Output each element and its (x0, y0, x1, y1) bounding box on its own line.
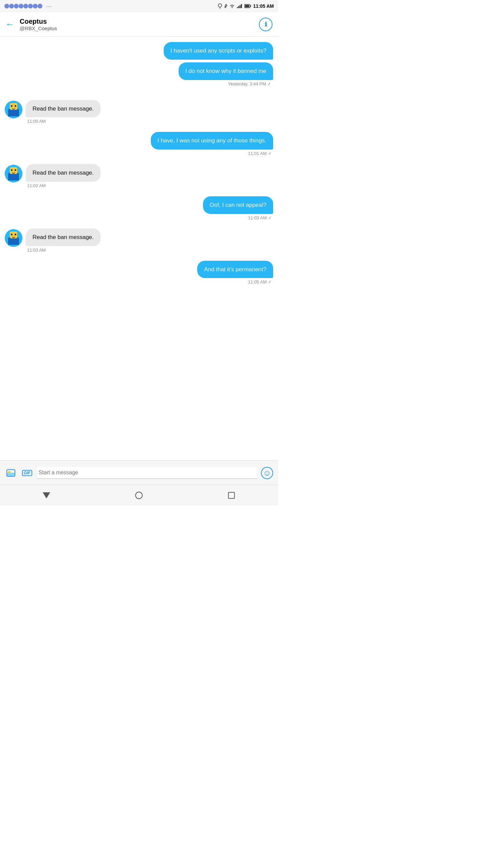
svg-rect-18 (250, 5, 251, 7)
message-input-wrap[interactable] (37, 467, 257, 479)
message-group-2: I do not know why it banned me (5, 62, 273, 81)
message-bubble-5: Read the ban message. (26, 164, 101, 182)
incoming-content-3: Read the ban message. 11:03 AM (26, 229, 101, 253)
emoji-button[interactable]: ☺ (261, 467, 273, 479)
timestamp-6: 11:03 AM ✓ (248, 215, 272, 220)
message-bubble-1: I haven't used any scripts or exploits? (164, 42, 273, 60)
contact-info: Coeptus @RBX_Coeptus (20, 18, 259, 31)
status-bar-right: 11:05 AM (218, 3, 274, 9)
message-group-4: I have, I was not using any of those thi… (5, 132, 273, 156)
avatar-3 (5, 229, 22, 247)
timestamp-5: 11:02 AM (27, 183, 101, 188)
message-bubble-4: I have, I was not using any of those thi… (151, 132, 273, 150)
location-icon (218, 3, 222, 9)
check-icon-8: ✓ (268, 279, 272, 284)
battery-icon (244, 4, 251, 8)
incoming-content-1: Read the ban message. 11:00 AM (26, 100, 101, 124)
svg-rect-16 (241, 4, 242, 8)
message-group-6: Oof, I can not appeal? 11:03 AM ✓ (5, 196, 273, 220)
avatar-1 (5, 101, 22, 118)
chat-header: ← Coeptus @RBX_Coeptus ℹ (0, 12, 278, 37)
svg-point-5 (28, 4, 33, 8)
back-triangle-icon (43, 492, 50, 498)
input-area: GIF ☺ (0, 460, 278, 485)
message-bubble-6: Oof, I can not appeal? (203, 196, 273, 214)
back-nav-button[interactable] (38, 487, 55, 504)
more-dots: ··· (46, 4, 52, 9)
gif-button[interactable]: GIF (21, 467, 33, 479)
status-bar: ··· 11:05 AM (0, 0, 278, 12)
timestamp-yesterday: Yesterday, 3:44 PM ✓ (5, 81, 273, 86)
contact-handle: @RBX_Coeptus (20, 25, 259, 31)
status-bar-left: ··· (4, 3, 52, 9)
recents-square-icon (228, 492, 235, 499)
emoji-icon: ☺ (263, 468, 271, 478)
timestamp-4: 11:01 AM ✓ (248, 151, 272, 156)
check-icon: ✓ (267, 81, 271, 86)
message-group-1: I haven't used any scripts or exploits? (5, 42, 273, 61)
message-bubble-8: And that it's permanent? (197, 261, 273, 278)
timestamp-7: 11:03 AM (27, 248, 101, 253)
chat-area: I haven't used any scripts or exploits? … (0, 37, 278, 460)
timestamp-3: 11:00 AM (27, 119, 101, 124)
svg-point-8 (218, 4, 222, 7)
svg-point-0 (4, 4, 9, 8)
signal-icon (237, 4, 242, 8)
svg-point-7 (38, 4, 42, 8)
message-bubble-3: Read the ban message. (26, 100, 101, 118)
message-bubble-2: I do not know why it banned me (179, 62, 273, 80)
wifi-icon (229, 4, 235, 8)
check-icon-6: ✓ (268, 215, 272, 220)
timestamp-8: 11:05 AM ✓ (248, 279, 272, 284)
home-circle-icon (135, 492, 143, 499)
home-nav-button[interactable] (130, 487, 147, 504)
svg-point-4 (23, 4, 28, 8)
incoming-content-2: Read the ban message. 11:02 AM (26, 164, 101, 188)
svg-point-6 (33, 4, 38, 8)
svg-point-2 (14, 4, 19, 8)
gif-icon: GIF (22, 470, 32, 476)
bluetooth-icon (224, 3, 227, 9)
svg-rect-14 (238, 6, 239, 8)
message-bubble-7: Read the ban message. (26, 229, 101, 246)
nav-bar (0, 485, 278, 505)
message-input[interactable] (39, 470, 256, 476)
svg-rect-15 (240, 5, 241, 8)
svg-rect-19 (245, 5, 249, 7)
svg-point-3 (19, 4, 23, 8)
message-group-7: Read the ban message. 11:03 AM (5, 229, 273, 253)
message-group-5: Read the ban message. 11:02 AM (5, 164, 273, 188)
discord-icons (4, 3, 45, 9)
svg-point-12 (232, 7, 233, 8)
image-icon (6, 469, 15, 477)
clock-time: 11:05 AM (253, 3, 274, 9)
svg-rect-13 (237, 7, 238, 8)
message-group-8: And that it's permanent? 11:05 AM ✓ (5, 261, 273, 285)
message-group-3: Read the ban message. 11:00 AM (5, 100, 273, 124)
check-icon-4: ✓ (268, 151, 272, 156)
svg-point-1 (9, 4, 14, 8)
image-picker-button[interactable] (5, 467, 17, 479)
avatar-2 (5, 165, 22, 182)
contact-name: Coeptus (20, 18, 259, 25)
back-button[interactable]: ← (5, 19, 14, 29)
info-button[interactable]: ℹ (259, 18, 272, 31)
recents-nav-button[interactable] (223, 487, 240, 504)
